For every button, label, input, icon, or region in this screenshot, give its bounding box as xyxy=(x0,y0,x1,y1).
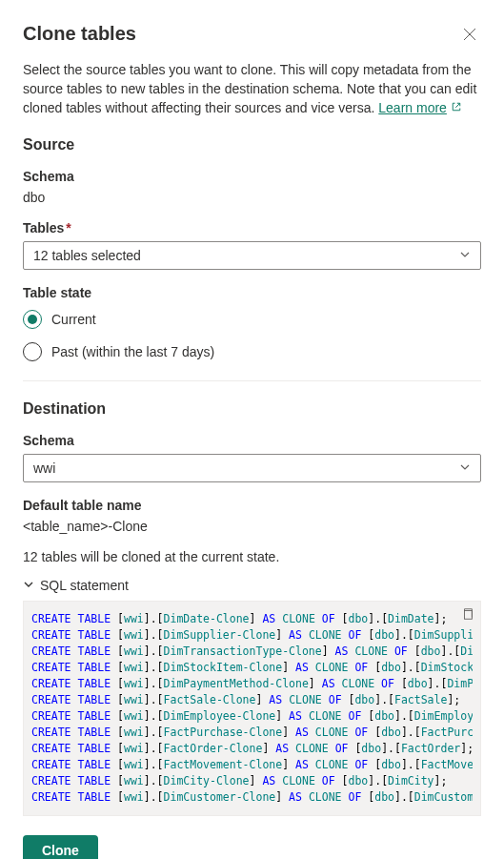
divider xyxy=(23,380,481,381)
tables-label: Tables* xyxy=(23,220,481,235)
sql-line: CREATE TABLE [wwi].[DimEmployee-Clone] A… xyxy=(31,708,473,725)
sql-line: CREATE TABLE [wwi].[FactSale-Clone] AS C… xyxy=(31,692,473,708)
source-schema-label: Schema xyxy=(23,169,481,184)
sql-line: CREATE TABLE [wwi].[DimDate-Clone] AS CL… xyxy=(31,611,473,627)
radio-icon xyxy=(23,310,42,329)
sql-line: CREATE TABLE [wwi].[FactMovement-Clone] … xyxy=(31,757,473,773)
sql-line: CREATE TABLE [wwi].[FactPurchase-Clone] … xyxy=(31,725,473,741)
dialog-description: Select the source tables you want to clo… xyxy=(23,60,481,117)
sql-line: CREATE TABLE [wwi].[DimPaymentMethod-Clo… xyxy=(31,676,473,692)
close-button[interactable] xyxy=(458,23,481,49)
copy-button[interactable] xyxy=(461,607,474,625)
required-asterisk: * xyxy=(66,220,71,235)
learn-more-label: Learn more xyxy=(378,98,447,117)
destination-section-title: Destination xyxy=(23,400,481,418)
sql-line: CREATE TABLE [wwi].[DimSupplier-Clone] A… xyxy=(31,627,473,644)
default-name-value: <table_name>-Clone xyxy=(23,519,481,534)
chevron-down-icon xyxy=(459,460,471,476)
chevron-down-icon xyxy=(459,248,471,263)
default-name-label: Default table name xyxy=(23,498,481,513)
close-icon xyxy=(462,31,477,45)
chevron-down-icon xyxy=(23,578,34,593)
svg-rect-3 xyxy=(465,611,473,620)
source-section-title: Source xyxy=(23,136,481,153)
destination-schema-dropdown[interactable]: wwi xyxy=(23,454,481,482)
svg-line-2 xyxy=(455,103,460,108)
tables-label-text: Tables xyxy=(23,220,64,235)
destination-schema-value: wwi xyxy=(33,460,55,476)
tables-dropdown[interactable]: 12 tables selected xyxy=(23,241,481,270)
learn-more-link[interactable]: Learn more xyxy=(378,98,462,117)
sql-line: CREATE TABLE [wwi].[FactOrder-Clone] AS … xyxy=(31,741,473,757)
sql-line: CREATE TABLE [wwi].[DimStockItem-Clone] … xyxy=(31,660,473,676)
clone-button[interactable]: Clone xyxy=(23,835,98,859)
radio-past[interactable]: Past (within the last 7 days) xyxy=(23,342,481,361)
sql-line: CREATE TABLE [wwi].[DimCustomer-Clone] A… xyxy=(31,789,473,806)
destination-schema-label: Schema xyxy=(23,433,481,448)
sql-expander-label: SQL statement xyxy=(40,578,129,593)
radio-current-label: Current xyxy=(51,312,96,327)
sql-expander[interactable]: SQL statement xyxy=(23,578,481,593)
source-schema-value: dbo xyxy=(23,190,481,205)
tables-dropdown-value: 12 tables selected xyxy=(33,248,141,263)
clone-status-text: 12 tables will be cloned at the current … xyxy=(23,549,481,564)
external-link-icon xyxy=(451,98,462,117)
sql-line: CREATE TABLE [wwi].[DimCity-Clone] AS CL… xyxy=(31,773,473,789)
sql-statement-box: CREATE TABLE [wwi].[DimDate-Clone] AS CL… xyxy=(23,601,481,816)
dialog-title: Clone tables xyxy=(23,23,136,45)
table-state-label: Table state xyxy=(23,285,481,300)
sql-line: CREATE TABLE [wwi].[DimTransactionType-C… xyxy=(31,644,473,660)
radio-current[interactable]: Current xyxy=(23,310,481,329)
radio-icon xyxy=(23,342,42,361)
radio-past-label: Past (within the last 7 days) xyxy=(51,344,214,359)
